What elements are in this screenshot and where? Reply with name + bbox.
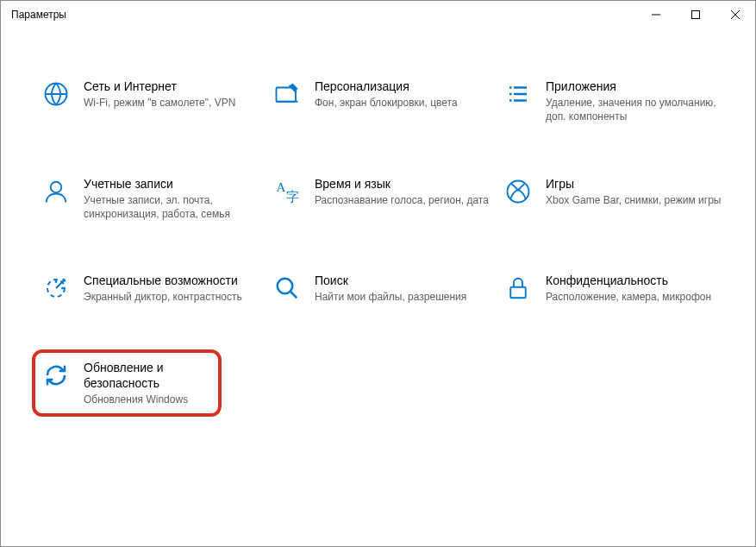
tile-desc: Экранный диктор, контрастность: [84, 290, 242, 304]
svg-point-8: [278, 279, 293, 294]
tile-title: Поиск: [315, 273, 466, 288]
tile-network[interactable]: Сеть и Интернет Wi-Fi, режим "в самолете…: [42, 79, 263, 124]
update-icon: [42, 362, 70, 389]
highlight-box: Обновление и безопасность Обновления Win…: [32, 349, 222, 418]
tile-desc: Найти мои файлы, разрешения: [315, 290, 466, 304]
svg-rect-9: [510, 287, 526, 299]
tile-desc: Удаление, значения по умолчанию, доп. ко…: [546, 96, 725, 123]
tile-search[interactable]: Поиск Найти мои файлы, разрешения: [273, 273, 494, 304]
svg-text:字: 字: [286, 190, 299, 204]
maximize-icon: [691, 10, 700, 19]
window-title: Параметры: [11, 9, 66, 21]
svg-text:A: A: [277, 180, 286, 194]
tile-desc: Xbox Game Bar, снимки, режим игры: [546, 193, 721, 207]
tile-personalization[interactable]: Персонализация Фон, экран блокировки, цв…: [273, 79, 494, 124]
lock-icon: [504, 274, 532, 302]
tile-ease-of-access[interactable]: Специальные возможности Экранный диктор,…: [42, 273, 263, 304]
maximize-button[interactable]: [676, 1, 715, 28]
ease-of-access-icon: [42, 274, 70, 302]
tile-title: Обновление и безопасность: [84, 360, 208, 391]
tile-time-language[interactable]: A 字 Время и язык Распознавание голоса, р…: [273, 176, 494, 222]
svg-point-3: [51, 181, 62, 192]
close-icon: [731, 10, 740, 19]
tile-accounts[interactable]: Учетные записи Учетные записи, эл. почта…: [42, 176, 263, 222]
tile-title: Приложения: [546, 79, 725, 94]
tile-title: Игры: [546, 176, 721, 192]
titlebar: Параметры: [1, 1, 755, 28]
svg-rect-0: [692, 11, 700, 19]
tile-title: Персонализация: [315, 79, 458, 94]
tile-gaming[interactable]: Игры Xbox Game Bar, снимки, режим игры: [504, 176, 725, 222]
tile-title: Конфиденциальность: [546, 273, 711, 288]
settings-grid: Сеть и Интернет Wi-Fi, режим "в самолете…: [1, 28, 755, 417]
person-icon: [42, 178, 70, 205]
window-controls: [636, 1, 755, 28]
tile-update-security[interactable]: Обновление и безопасность Обновления Win…: [42, 360, 208, 407]
time-language-icon: A 字: [273, 178, 301, 205]
tile-desc: Фон, экран блокировки, цвета: [315, 96, 458, 110]
minimize-button[interactable]: [636, 1, 676, 28]
search-icon: [273, 274, 301, 302]
tile-title: Специальные возможности: [84, 273, 242, 288]
tile-apps[interactable]: Приложения Удаление, значения по умолчан…: [504, 79, 725, 124]
tile-title: Учетные записи: [84, 176, 263, 192]
globe-icon: [42, 80, 70, 108]
tile-title: Сеть и Интернет: [84, 79, 235, 94]
tile-desc: Обновления Windows: [84, 393, 208, 406]
tile-desc: Распознавание голоса, регион, дата: [315, 193, 489, 207]
tile-desc: Wi-Fi, режим "в самолете", VPN: [84, 96, 235, 110]
xbox-icon: [504, 178, 532, 205]
paint-icon: [273, 80, 301, 108]
tile-privacy[interactable]: Конфиденциальность Расположение, камера,…: [504, 273, 725, 304]
minimize-icon: [652, 10, 660, 19]
apps-list-icon: [504, 80, 532, 108]
tile-desc: Расположение, камера, микрофон: [546, 290, 711, 304]
tile-title: Время и язык: [315, 176, 489, 192]
tile-desc: Учетные записи, эл. почта, синхронизация…: [84, 193, 263, 221]
close-button[interactable]: [715, 1, 755, 28]
